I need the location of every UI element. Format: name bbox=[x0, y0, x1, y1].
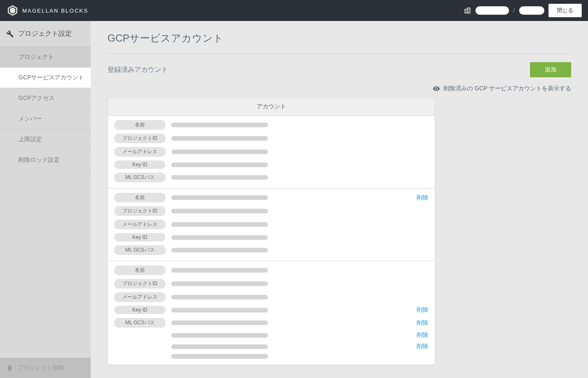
field-label: 名前 bbox=[114, 265, 165, 275]
redacted-value bbox=[171, 163, 268, 167]
sidebar-item[interactable]: 上限設定 bbox=[0, 129, 91, 150]
close-button[interactable]: 閉じる bbox=[549, 4, 582, 17]
sidebar-item[interactable]: 削除ロック設定 bbox=[0, 150, 91, 171]
field-label: ML GCSパス bbox=[114, 173, 165, 182]
account-field-row: プロジェクトID bbox=[114, 279, 428, 289]
redacted-value bbox=[171, 235, 268, 240]
org-chip[interactable] bbox=[475, 6, 509, 15]
table-header: アカウント bbox=[108, 98, 435, 116]
account-block: 名前削除プロジェクトIDメールアドレスKey IDML GCSパス bbox=[108, 189, 435, 261]
delete-link[interactable]: 削除 bbox=[417, 319, 428, 327]
field-label: ML GCSパス bbox=[114, 245, 165, 255]
redacted-value bbox=[171, 175, 268, 180]
field-label: プロジェクトID bbox=[114, 206, 165, 216]
account-field-row: 名前削除 bbox=[114, 193, 428, 202]
redacted-value bbox=[171, 281, 268, 286]
field-label: メールアドレス bbox=[114, 292, 165, 302]
cube-icon bbox=[6, 4, 19, 17]
delete-link[interactable]: 削除 bbox=[417, 194, 428, 202]
account-field-row: 名前 bbox=[114, 120, 428, 130]
account-field-row: ML GCSパス削除 bbox=[114, 318, 428, 328]
field-label: 名前 bbox=[114, 193, 165, 202]
field-label: プロジェクトID bbox=[114, 279, 165, 289]
field-label: 名前 bbox=[114, 120, 165, 130]
page-title: GCPサービスアカウント bbox=[108, 32, 571, 54]
account-field-row: 削除 bbox=[114, 331, 428, 339]
wrench-icon bbox=[6, 30, 14, 38]
redacted-value bbox=[171, 248, 268, 252]
account-field-row: Key ID bbox=[114, 160, 428, 169]
redacted-value bbox=[171, 295, 268, 299]
account-field-row: ML GCSパス bbox=[114, 173, 428, 182]
redacted-value bbox=[171, 123, 268, 127]
separator: / bbox=[513, 7, 515, 14]
account-block: 名前プロジェクトIDメールアドレスKey ID削除ML GCSパス削除削除削除 bbox=[108, 261, 435, 365]
sidebar-header: プロジェクト設定 bbox=[0, 21, 91, 47]
project-chip[interactable] bbox=[519, 6, 544, 15]
redacted-value bbox=[171, 268, 268, 273]
delete-link[interactable]: 削除 bbox=[417, 306, 428, 314]
account-field-row: メールアドレス bbox=[114, 220, 428, 229]
field-label: メールアドレス bbox=[114, 147, 165, 157]
account-field-row: メールアドレス bbox=[114, 147, 428, 157]
field-label: Key ID bbox=[114, 160, 165, 169]
redacted-value bbox=[171, 150, 268, 154]
account-block: 名前プロジェクトIDメールアドレスKey IDML GCSパス bbox=[108, 116, 435, 189]
account-field-row: プロジェクトID bbox=[114, 134, 428, 143]
delete-link[interactable]: 削除 bbox=[417, 331, 428, 339]
account-field-row: Key ID bbox=[114, 233, 428, 242]
field-label: ML GCSパス bbox=[114, 318, 165, 328]
account-field-row: 削除 bbox=[114, 343, 428, 350]
redacted-value bbox=[171, 320, 268, 325]
redacted-value bbox=[171, 209, 268, 213]
delete-project-button[interactable]: プロジェクト削除 bbox=[0, 358, 91, 378]
field-label: Key ID bbox=[114, 306, 165, 314]
account-field-row: メールアドレス bbox=[114, 292, 428, 302]
show-deleted-toggle[interactable]: 削除済みの GCP サービスアカウントを表示する bbox=[108, 85, 571, 92]
field-label: プロジェクトID bbox=[114, 134, 165, 143]
app-header: MAGELLAN BLOCKS / 閉じる bbox=[0, 0, 588, 21]
trash-icon bbox=[6, 365, 13, 371]
add-button[interactable]: 追加 bbox=[530, 62, 571, 77]
sidebar-item[interactable]: GCPアクセス bbox=[0, 88, 91, 109]
brand-name: MAGELLAN BLOCKS bbox=[22, 8, 88, 14]
sidebar-item[interactable]: メンバー bbox=[0, 109, 91, 129]
section-title: 登録済みアカウント bbox=[108, 66, 168, 74]
redacted-value bbox=[171, 222, 268, 227]
sidebar-item[interactable]: GCPサービスアカウント bbox=[0, 68, 91, 88]
account-field-row: ML GCSパス bbox=[114, 245, 428, 255]
field-label: メールアドレス bbox=[114, 220, 165, 229]
eye-icon bbox=[433, 85, 440, 92]
main-content: GCPサービスアカウント 登録済みアカウント 追加 削除済みの GCP サービス… bbox=[91, 21, 588, 378]
sidebar-item[interactable]: プロジェクト bbox=[0, 47, 91, 68]
redacted-value bbox=[171, 136, 268, 141]
account-field-row: 名前 bbox=[114, 265, 428, 275]
account-field-row bbox=[114, 354, 428, 359]
delete-link[interactable]: 削除 bbox=[417, 343, 428, 350]
sidebar-title: プロジェクト設定 bbox=[18, 29, 72, 38]
account-field-row: プロジェクトID bbox=[114, 206, 428, 216]
accounts-table: アカウント 名前プロジェクトIDメールアドレスKey IDML GCSパス名前削… bbox=[108, 97, 435, 365]
redacted-value bbox=[171, 344, 268, 349]
field-label: Key ID bbox=[114, 233, 165, 242]
account-field-row: Key ID削除 bbox=[114, 306, 428, 314]
brand-logo: MAGELLAN BLOCKS bbox=[6, 4, 88, 17]
sidebar: プロジェクト設定 プロジェクトGCPサービスアカウントGCPアクセスメンバー上限… bbox=[0, 21, 91, 378]
header-right: / 閉じる bbox=[464, 4, 582, 17]
redacted-value bbox=[171, 333, 268, 338]
redacted-value bbox=[171, 195, 268, 200]
redacted-value bbox=[171, 308, 268, 312]
building-icon bbox=[464, 7, 471, 14]
delete-project-label: プロジェクト削除 bbox=[17, 364, 64, 372]
redacted-value bbox=[171, 354, 268, 359]
show-deleted-label: 削除済みの GCP サービスアカウントを表示する bbox=[444, 85, 571, 92]
